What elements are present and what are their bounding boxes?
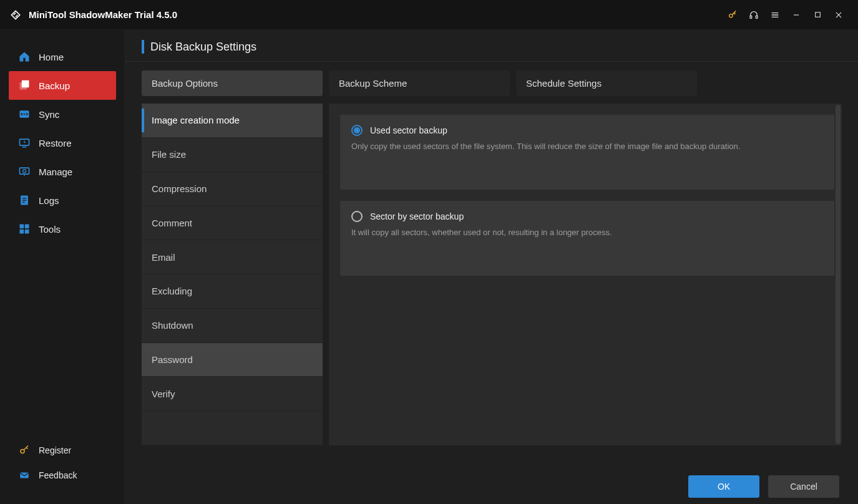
- sidebar-feedback[interactable]: Feedback: [9, 463, 116, 488]
- option-empty: [142, 411, 323, 445]
- page-title: Disk Backup Settings: [150, 41, 256, 54]
- tools-icon: [17, 222, 31, 236]
- footer-buttons: OK Cancel: [125, 469, 858, 504]
- close-icon[interactable]: [828, 4, 849, 26]
- sidebar-item-backup[interactable]: Backup: [9, 71, 116, 100]
- sidebar-item-restore[interactable]: Restore: [9, 128, 116, 157]
- svg-rect-12: [25, 225, 29, 229]
- register-key-icon[interactable]: [722, 4, 743, 26]
- radio-used-sector-desc: Only copy the used sectors of the file s…: [351, 141, 823, 152]
- scrollbar[interactable]: [836, 105, 841, 444]
- sidebar-item-logs[interactable]: Logs: [9, 186, 116, 215]
- svg-rect-11: [20, 225, 24, 229]
- menu-icon[interactable]: [764, 4, 786, 26]
- header-accent-bar: [142, 40, 144, 54]
- sidebar-item-manage[interactable]: Manage: [9, 157, 116, 186]
- svg-point-15: [21, 450, 24, 453]
- svg-rect-3: [815, 12, 820, 17]
- radio-card-sector-by-sector: Sector by sector backup It will copy all…: [340, 201, 834, 276]
- radio-used-sector-title: Used sector backup: [370, 125, 447, 135]
- sidebar-item-label: Restore: [39, 138, 72, 148]
- option-file-size[interactable]: File size: [142, 138, 323, 172]
- svg-rect-14: [25, 230, 29, 234]
- svg-rect-13: [20, 230, 24, 234]
- option-verify[interactable]: Verify: [142, 377, 323, 411]
- ok-button[interactable]: OK: [688, 475, 759, 498]
- tab-schedule-settings[interactable]: Schedule Settings: [516, 70, 697, 96]
- backup-icon: [17, 79, 31, 92]
- cancel-button[interactable]: Cancel: [768, 475, 839, 498]
- tab-backup-scheme[interactable]: Backup Scheme: [329, 70, 510, 96]
- minimize-icon[interactable]: [786, 4, 807, 26]
- sidebar-register[interactable]: Register: [9, 438, 116, 463]
- radio-sector-by-sector[interactable]: [351, 211, 363, 222]
- option-details: Used sector backup Only copy the used se…: [329, 104, 842, 445]
- svg-rect-5: [22, 80, 29, 88]
- option-image-creation-mode[interactable]: Image creation mode: [142, 104, 323, 138]
- svg-rect-8: [20, 168, 29, 174]
- titlebar: MiniTool ShadowMaker Trial 4.5.0: [0, 0, 858, 30]
- content-area: Disk Backup Settings Backup Options Back…: [125, 30, 858, 504]
- option-shutdown[interactable]: Shutdown: [142, 309, 323, 343]
- sidebar-item-home[interactable]: Home: [9, 42, 116, 71]
- maximize-icon[interactable]: [807, 4, 828, 26]
- app-logo-icon: [9, 8, 22, 22]
- radio-sector-by-sector-title: Sector by sector backup: [370, 211, 464, 221]
- sidebar-item-label: Manage: [39, 167, 72, 177]
- home-icon: [17, 50, 31, 64]
- option-email[interactable]: Email: [142, 240, 323, 274]
- radio-card-used-sector: Used sector backup Only copy the used se…: [340, 115, 834, 190]
- sidebar-item-label: Sync: [39, 109, 59, 120]
- mail-icon: [17, 468, 31, 482]
- sync-icon: [17, 107, 31, 121]
- tabs-row: Backup Options Backup Scheme Schedule Se…: [125, 68, 858, 101]
- sidebar-item-label: Tools: [39, 224, 61, 235]
- svg-rect-1: [750, 16, 752, 18]
- sidebar-item-label: Logs: [39, 195, 59, 206]
- sidebar-item-tools[interactable]: Tools: [9, 215, 116, 243]
- page-header: Disk Backup Settings: [125, 30, 858, 62]
- option-password[interactable]: Password: [142, 343, 323, 377]
- key-icon: [17, 443, 31, 457]
- option-compression[interactable]: Compression: [142, 172, 323, 206]
- svg-point-9: [23, 170, 26, 173]
- option-excluding[interactable]: Excluding: [142, 274, 323, 309]
- svg-point-0: [729, 14, 733, 17]
- svg-rect-16: [20, 473, 29, 478]
- sidebar-item-label: Backup: [39, 80, 70, 91]
- feedback-label: Feedback: [39, 470, 77, 480]
- tab-backup-options[interactable]: Backup Options: [142, 70, 323, 96]
- options-list: Image creation mode File size Compressio…: [142, 104, 323, 445]
- register-label: Register: [39, 445, 71, 455]
- sidebar-item-sync[interactable]: Sync: [9, 100, 116, 128]
- headset-icon[interactable]: [743, 4, 764, 26]
- app-title: MiniTool ShadowMaker Trial 4.5.0: [29, 9, 177, 20]
- logs-icon: [17, 193, 31, 207]
- option-comment[interactable]: Comment: [142, 206, 323, 240]
- sidebar-item-label: Home: [39, 52, 64, 62]
- radio-sector-by-sector-desc: It will copy all sectors, whether used o…: [351, 227, 823, 238]
- sidebar: Home Backup Sync Restore: [0, 30, 125, 504]
- manage-icon: [17, 165, 31, 178]
- svg-rect-2: [756, 16, 758, 18]
- radio-used-sector[interactable]: [351, 125, 363, 136]
- restore-icon: [17, 136, 31, 150]
